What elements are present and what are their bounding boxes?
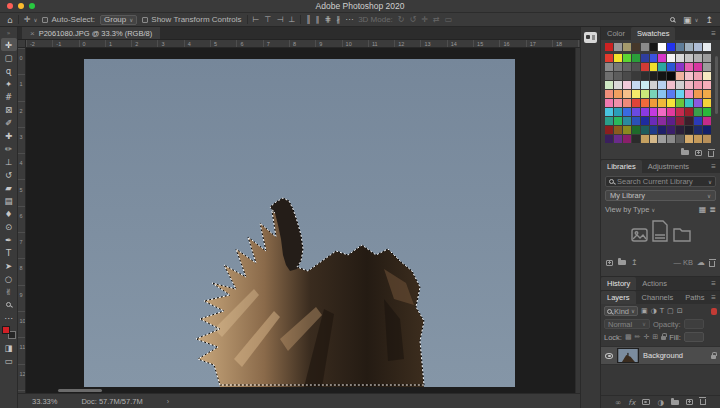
horizontal-scrollbar-thumb[interactable] [58, 389, 102, 392]
layer-filter-kind-dropdown[interactable]: Kind ∨ [604, 306, 638, 316]
canvas-pasteboard[interactable] [26, 48, 575, 393]
swatch[interactable] [614, 43, 622, 51]
align-bottom-edges-icon[interactable]: ⊥ [288, 15, 295, 24]
distribute-right-edges-icon[interactable]: ∦ [336, 15, 340, 24]
swatch[interactable] [658, 54, 666, 62]
search-icon[interactable] [669, 16, 676, 23]
swatch[interactable] [658, 90, 666, 98]
history-brush-tool[interactable]: ↺ [1, 168, 17, 181]
swatch[interactable] [658, 135, 666, 143]
minimize-window-button[interactable] [18, 3, 24, 9]
frame-tool[interactable]: ⊠ [1, 103, 17, 116]
tab-history[interactable]: History [601, 277, 636, 291]
move-tool-preset[interactable]: ✛ ∨ [24, 15, 38, 24]
swatch[interactable] [658, 99, 666, 107]
swatch[interactable] [650, 72, 658, 80]
swatch[interactable] [650, 81, 658, 89]
swatch[interactable] [650, 63, 658, 71]
upload-icon[interactable]: ↥ [631, 258, 638, 267]
tab-channels[interactable]: Channels [636, 291, 680, 305]
swatch[interactable] [676, 90, 684, 98]
swatch[interactable] [614, 63, 622, 71]
layer-visibility-eye-icon[interactable] [605, 353, 613, 359]
swatch[interactable] [703, 72, 711, 80]
library-select-dropdown[interactable]: My Library ∨ [605, 190, 716, 201]
tab-color[interactable]: Color [601, 27, 631, 41]
swatch[interactable] [685, 63, 693, 71]
tab-swatches[interactable]: Swatches [631, 27, 676, 41]
ruler-origin[interactable] [18, 40, 26, 47]
layer-effects-icon[interactable]: fx [628, 398, 635, 407]
swatch[interactable] [676, 126, 684, 134]
swatch[interactable] [605, 81, 613, 89]
layer-mask-icon[interactable] [642, 398, 650, 407]
swatch[interactable] [605, 117, 613, 125]
swatch[interactable] [623, 63, 631, 71]
swatch[interactable] [667, 117, 675, 125]
foreground-color-swatch[interactable] [2, 326, 10, 334]
panel-menu-icon[interactable]: ≡ [711, 162, 720, 173]
swatch[interactable] [658, 63, 666, 71]
edit-toolbar-icon[interactable]: ⋯ [1, 311, 17, 324]
swatch[interactable] [623, 126, 631, 134]
tab-libraries[interactable]: Libraries [601, 160, 642, 174]
show-transform-controls-checkbox[interactable] [142, 17, 148, 23]
swatch[interactable] [676, 99, 684, 107]
lock-artboard-icon[interactable]: ⊞ [652, 333, 658, 341]
layer-thumbnail[interactable] [617, 348, 639, 363]
zoom-tool[interactable] [1, 298, 17, 311]
swatch[interactable] [632, 126, 640, 134]
swatch[interactable] [694, 117, 702, 125]
share-icon[interactable]: ↥ [705, 15, 713, 25]
swatch[interactable] [667, 99, 675, 107]
lock-transparent-pixels-icon[interactable]: ▩ [625, 333, 632, 341]
swatch[interactable] [632, 108, 640, 116]
swatch[interactable] [650, 108, 658, 116]
swatch[interactable] [641, 81, 649, 89]
document-tab[interactable]: × P2061080.JPG @ 33.3% (RGB/8) [22, 27, 160, 39]
lasso-tool[interactable]: ɋ [1, 64, 17, 77]
swatch[interactable] [632, 99, 640, 107]
swatch[interactable] [650, 99, 658, 107]
swatch[interactable] [623, 54, 631, 62]
swatch[interactable] [667, 54, 675, 62]
swatch[interactable] [694, 43, 702, 51]
swatch[interactable] [694, 81, 702, 89]
swatch[interactable] [632, 54, 640, 62]
swatch[interactable] [614, 54, 622, 62]
swatch[interactable] [623, 81, 631, 89]
swatch[interactable] [623, 43, 631, 51]
canvas-image[interactable] [84, 59, 515, 387]
blur-tool[interactable]: ♦ [1, 207, 17, 220]
swatch[interactable] [685, 72, 693, 80]
swatch[interactable] [623, 117, 631, 125]
panel-menu-icon[interactable]: ≡ [711, 279, 720, 290]
swatch[interactable] [667, 135, 675, 143]
pen-tool[interactable]: ✒ [1, 233, 17, 246]
swatch[interactable] [632, 63, 640, 71]
swatch[interactable] [658, 126, 666, 134]
spot-healing-brush-tool[interactable]: ✚ [1, 129, 17, 142]
type-tool[interactable]: T [1, 246, 17, 259]
swatch[interactable] [676, 72, 684, 80]
swatch[interactable] [641, 54, 649, 62]
delete-library-item-icon[interactable] [709, 261, 715, 267]
swatch[interactable] [641, 126, 649, 134]
swatch[interactable] [658, 108, 666, 116]
swatch[interactable] [623, 72, 631, 80]
swatch[interactable] [676, 43, 684, 51]
swatch[interactable] [605, 108, 613, 116]
swatch[interactable] [623, 99, 631, 107]
swatch[interactable] [623, 135, 631, 143]
swatch[interactable] [614, 99, 622, 107]
crop-tool[interactable]: # [1, 90, 17, 103]
workspace-switcher[interactable]: ▣ ∨ [683, 15, 699, 25]
swatch[interactable] [685, 81, 693, 89]
filter-shape-layers-icon[interactable]: ▢ [667, 307, 674, 315]
swatch[interactable] [641, 63, 649, 71]
zoom-level[interactable]: 33.33% [32, 397, 57, 406]
swatch[interactable] [650, 126, 658, 134]
swatch[interactable] [694, 63, 702, 71]
fill-field[interactable] [684, 332, 704, 342]
eyedropper-tool[interactable]: ✐ [1, 116, 17, 129]
